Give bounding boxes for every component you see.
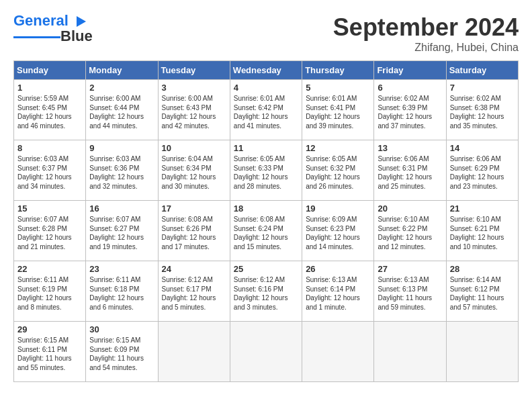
day-number: 28	[450, 264, 515, 274]
calendar-cell: 4 Sunrise: 6:01 AM Sunset: 6:42 PM Dayli…	[230, 80, 302, 140]
day-info: Sunrise: 6:01 AM Sunset: 6:41 PM Dayligh…	[306, 94, 370, 130]
day-number: 29	[17, 324, 82, 334]
logo-text: General	[13, 13, 89, 29]
page-header: General Blue September 2024 Zhifang, Hub…	[13, 13, 519, 54]
day-number: 16	[89, 203, 154, 214]
calendar-cell: 8 Sunrise: 6:03 AM Sunset: 6:37 PM Dayli…	[14, 140, 86, 201]
month-title: September 2024	[333, 13, 519, 42]
day-number: 17	[162, 203, 226, 214]
day-number: 20	[378, 203, 442, 214]
calendar-cell: 30 Sunrise: 6:15 AM Sunset: 6:09 PM Dayl…	[86, 322, 158, 382]
calendar-cell	[230, 322, 302, 382]
day-number: 7	[450, 83, 515, 93]
day-info: Sunrise: 6:11 AM Sunset: 6:19 PM Dayligh…	[17, 275, 82, 312]
logo-underline	[13, 36, 60, 38]
calendar-cell: 5 Sunrise: 6:01 AM Sunset: 6:41 PM Dayli…	[302, 80, 374, 140]
day-number: 15	[17, 203, 82, 214]
logo: General Blue	[13, 13, 93, 45]
day-info: Sunrise: 6:15 AM Sunset: 6:11 PM Dayligh…	[17, 336, 82, 372]
day-number: 26	[306, 264, 370, 274]
calendar-cell: 3 Sunrise: 6:00 AM Sunset: 6:43 PM Dayli…	[158, 80, 230, 140]
col-sunday: Sunday	[14, 61, 86, 80]
calendar-cell: 27 Sunrise: 6:13 AM Sunset: 6:13 PM Dayl…	[374, 261, 446, 322]
calendar-cell: 14 Sunrise: 6:06 AM Sunset: 6:29 PM Dayl…	[446, 140, 518, 201]
day-info: Sunrise: 6:07 AM Sunset: 6:28 PM Dayligh…	[17, 215, 82, 251]
day-number: 30	[89, 324, 154, 334]
calendar-row: 1 Sunrise: 5:59 AM Sunset: 6:45 PM Dayli…	[14, 80, 519, 140]
calendar-cell: 29 Sunrise: 6:15 AM Sunset: 6:11 PM Dayl…	[14, 322, 86, 382]
day-number: 12	[306, 143, 370, 153]
day-number: 22	[17, 264, 82, 274]
day-number: 14	[450, 143, 515, 153]
day-info: Sunrise: 6:02 AM Sunset: 6:38 PM Dayligh…	[450, 94, 515, 130]
calendar-cell: 12 Sunrise: 6:05 AM Sunset: 6:32 PM Dayl…	[302, 140, 374, 201]
calendar-cell: 11 Sunrise: 6:05 AM Sunset: 6:33 PM Dayl…	[230, 140, 302, 201]
day-info: Sunrise: 6:00 AM Sunset: 6:43 PM Dayligh…	[162, 94, 226, 130]
calendar-cell: 10 Sunrise: 6:04 AM Sunset: 6:34 PM Dayl…	[158, 140, 230, 201]
day-info: Sunrise: 6:04 AM Sunset: 6:34 PM Dayligh…	[162, 154, 226, 191]
calendar-cell: 13 Sunrise: 6:06 AM Sunset: 6:31 PM Dayl…	[374, 140, 446, 201]
calendar-cell: 16 Sunrise: 6:07 AM Sunset: 6:27 PM Dayl…	[86, 201, 158, 261]
day-info: Sunrise: 6:12 AM Sunset: 6:17 PM Dayligh…	[162, 275, 226, 312]
day-info: Sunrise: 6:14 AM Sunset: 6:12 PM Dayligh…	[450, 275, 515, 312]
day-number: 3	[162, 83, 226, 93]
day-info: Sunrise: 6:05 AM Sunset: 6:33 PM Dayligh…	[234, 154, 298, 191]
calendar-cell: 25 Sunrise: 6:12 AM Sunset: 6:16 PM Dayl…	[230, 261, 302, 322]
col-tuesday: Tuesday	[158, 61, 230, 80]
col-saturday: Saturday	[446, 61, 518, 80]
day-number: 25	[234, 264, 298, 274]
day-number: 6	[378, 83, 442, 93]
day-info: Sunrise: 5:59 AM Sunset: 6:45 PM Dayligh…	[17, 94, 82, 130]
day-number: 1	[17, 83, 82, 93]
day-info: Sunrise: 6:12 AM Sunset: 6:16 PM Dayligh…	[234, 275, 298, 312]
calendar-cell: 24 Sunrise: 6:12 AM Sunset: 6:17 PM Dayl…	[158, 261, 230, 322]
location-title: Zhifang, Hubei, China	[333, 42, 519, 54]
day-info: Sunrise: 6:09 AM Sunset: 6:23 PM Dayligh…	[306, 215, 370, 251]
calendar-cell: 18 Sunrise: 6:08 AM Sunset: 6:24 PM Dayl…	[230, 201, 302, 261]
calendar-row: 15 Sunrise: 6:07 AM Sunset: 6:28 PM Dayl…	[14, 201, 519, 261]
header-row: Sunday Monday Tuesday Wednesday Thursday…	[14, 61, 519, 80]
day-info: Sunrise: 6:00 AM Sunset: 6:44 PM Dayligh…	[89, 94, 154, 130]
day-info: Sunrise: 6:07 AM Sunset: 6:27 PM Dayligh…	[89, 215, 154, 251]
calendar-cell	[158, 322, 230, 382]
day-info: Sunrise: 6:03 AM Sunset: 6:37 PM Dayligh…	[17, 154, 82, 191]
calendar-cell: 22 Sunrise: 6:11 AM Sunset: 6:19 PM Dayl…	[14, 261, 86, 322]
calendar-cell: 20 Sunrise: 6:10 AM Sunset: 6:22 PM Dayl…	[374, 201, 446, 261]
calendar-row: 22 Sunrise: 6:11 AM Sunset: 6:19 PM Dayl…	[14, 261, 519, 322]
calendar-cell: 23 Sunrise: 6:11 AM Sunset: 6:18 PM Dayl…	[86, 261, 158, 322]
day-info: Sunrise: 6:03 AM Sunset: 6:36 PM Dayligh…	[89, 154, 154, 191]
calendar-cell	[374, 322, 446, 382]
day-info: Sunrise: 6:15 AM Sunset: 6:09 PM Dayligh…	[89, 336, 154, 372]
day-number: 8	[17, 143, 82, 153]
calendar-table: Sunday Monday Tuesday Wednesday Thursday…	[13, 60, 519, 382]
day-number: 5	[306, 83, 370, 93]
day-info: Sunrise: 6:06 AM Sunset: 6:29 PM Dayligh…	[450, 154, 515, 191]
day-number: 13	[378, 143, 442, 153]
day-info: Sunrise: 6:02 AM Sunset: 6:39 PM Dayligh…	[378, 94, 442, 130]
calendar-cell	[302, 322, 374, 382]
day-number: 9	[89, 143, 154, 153]
day-number: 21	[450, 203, 515, 214]
calendar-cell: 6 Sunrise: 6:02 AM Sunset: 6:39 PM Dayli…	[374, 80, 446, 140]
day-number: 2	[89, 83, 154, 93]
day-number: 27	[378, 264, 442, 274]
calendar-row: 8 Sunrise: 6:03 AM Sunset: 6:37 PM Dayli…	[14, 140, 519, 201]
calendar-cell: 2 Sunrise: 6:00 AM Sunset: 6:44 PM Dayli…	[86, 80, 158, 140]
day-number: 4	[234, 83, 298, 93]
title-section: September 2024 Zhifang, Hubei, China	[333, 13, 519, 54]
day-info: Sunrise: 6:10 AM Sunset: 6:21 PM Dayligh…	[450, 215, 515, 251]
calendar-cell: 1 Sunrise: 5:59 AM Sunset: 6:45 PM Dayli…	[14, 80, 86, 140]
day-number: 10	[162, 143, 226, 153]
day-info: Sunrise: 6:13 AM Sunset: 6:13 PM Dayligh…	[378, 275, 442, 312]
calendar-cell: 9 Sunrise: 6:03 AM Sunset: 6:36 PM Dayli…	[86, 140, 158, 201]
calendar-cell: 28 Sunrise: 6:14 AM Sunset: 6:12 PM Dayl…	[446, 261, 518, 322]
calendar-cell: 17 Sunrise: 6:08 AM Sunset: 6:26 PM Dayl…	[158, 201, 230, 261]
day-info: Sunrise: 6:08 AM Sunset: 6:26 PM Dayligh…	[162, 215, 226, 251]
col-thursday: Thursday	[302, 61, 374, 80]
calendar-cell: 19 Sunrise: 6:09 AM Sunset: 6:23 PM Dayl…	[302, 201, 374, 261]
calendar-row: 29 Sunrise: 6:15 AM Sunset: 6:11 PM Dayl…	[14, 322, 519, 382]
col-monday: Monday	[86, 61, 158, 80]
day-info: Sunrise: 6:08 AM Sunset: 6:24 PM Dayligh…	[234, 215, 298, 251]
day-number: 24	[162, 264, 226, 274]
calendar-cell: 7 Sunrise: 6:02 AM Sunset: 6:38 PM Dayli…	[446, 80, 518, 140]
